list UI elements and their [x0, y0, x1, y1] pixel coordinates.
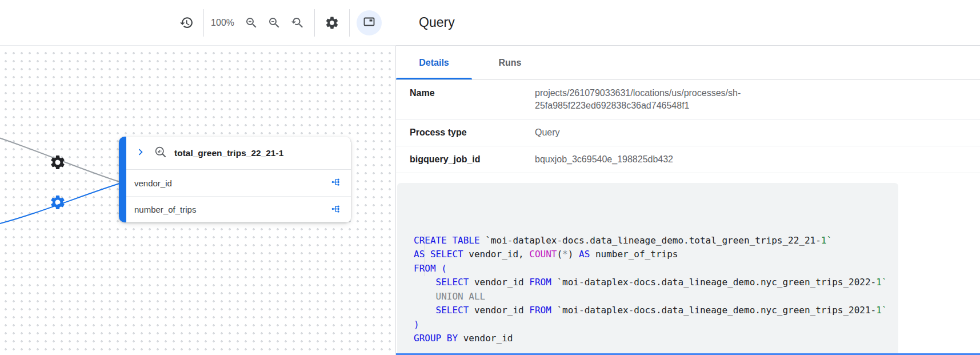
- zoom-in-icon: [245, 16, 258, 30]
- field-label: vendor_id: [134, 178, 172, 188]
- process-node-gear-blue[interactable]: [49, 194, 66, 211]
- detail-label: bigquery_job_id: [410, 153, 535, 166]
- history-button[interactable]: [175, 11, 198, 34]
- history-icon: [179, 15, 194, 30]
- reset-zoom-button[interactable]: [286, 11, 309, 34]
- process-node-gear-dark[interactable]: [49, 154, 66, 171]
- lineage-fork-icon: [331, 176, 343, 190]
- bigquery-table-icon: [154, 145, 167, 161]
- detail-value: Query: [535, 126, 855, 139]
- field-label: number_of_trips: [134, 205, 196, 214]
- detail-value: bquxjob_3c69540e_198825db432: [535, 153, 855, 166]
- node-body: total_green_trips_22_21-1 vendor_id numb…: [126, 137, 351, 222]
- node-accent-bar: [119, 137, 126, 222]
- settings-button[interactable]: [321, 11, 343, 34]
- panel-tabs: Details Runs: [396, 46, 980, 80]
- zoom-out-icon: [267, 16, 281, 30]
- zoom-in-button[interactable]: [240, 11, 263, 34]
- detail-row-bigquery-job-id: bigquery_job_id bquxjob_3c69540e_198825d…: [396, 146, 980, 173]
- detail-label: Process type: [410, 126, 535, 139]
- expand-node-button[interactable]: [134, 146, 147, 160]
- details-panel: Query Details Runs Name projects/2610790…: [395, 0, 980, 355]
- zoom-out-button[interactable]: [263, 11, 286, 34]
- node-field-row[interactable]: vendor_id: [126, 170, 351, 196]
- detail-row-name: Name projects/261079033631/locations/us/…: [396, 80, 980, 119]
- detail-value: projects/261079033631/locations/us/proce…: [535, 87, 855, 112]
- table-node-card: total_green_trips_22_21-1 vendor_id numb…: [119, 137, 351, 222]
- detail-label: Name: [410, 87, 535, 99]
- details-table: Name projects/261079033631/locations/us/…: [396, 80, 980, 173]
- detail-row-process-type: Process type Query: [396, 119, 980, 146]
- indent-guide: [425, 234, 425, 276]
- sql-code: CREATE TABLE `moi-dataplex-docs.data_lin…: [414, 234, 887, 346]
- lineage-graph-region: 100%: [0, 0, 396, 355]
- chevron-right-icon: [134, 146, 147, 160]
- reset-zoom-icon: [290, 16, 304, 30]
- tab-details[interactable]: Details: [396, 46, 472, 79]
- tab-runs[interactable]: Runs: [472, 46, 548, 79]
- toolbar-divider: [349, 9, 350, 37]
- panel-title: Query: [419, 15, 455, 30]
- field-lineage-button[interactable]: [330, 202, 344, 218]
- toolbar-divider: [314, 9, 315, 37]
- gear-icon: [325, 15, 339, 30]
- node-field-row[interactable]: number_of_trips: [126, 196, 351, 222]
- field-lineage-button[interactable]: [330, 175, 344, 191]
- toolbar-divider: [203, 9, 204, 37]
- side-panel-toggle-icon: [362, 15, 376, 30]
- node-header[interactable]: total_green_trips_22_21-1: [126, 137, 351, 170]
- lineage-fork-icon: [331, 203, 343, 217]
- lineage-app: 100%: [0, 0, 980, 355]
- graph-toolbar: 100%: [0, 0, 396, 46]
- sql-code-block: CREATE TABLE `moi-dataplex-docs.data_lin…: [397, 183, 898, 355]
- node-title: total_green_trips_22_21-1: [174, 148, 283, 158]
- panel-header: Query: [396, 0, 980, 46]
- side-panel-toggle-button[interactable]: [357, 10, 382, 35]
- lineage-canvas[interactable]: total_green_trips_22_21-1 vendor_id numb…: [0, 46, 396, 355]
- zoom-level-label: 100%: [211, 18, 234, 28]
